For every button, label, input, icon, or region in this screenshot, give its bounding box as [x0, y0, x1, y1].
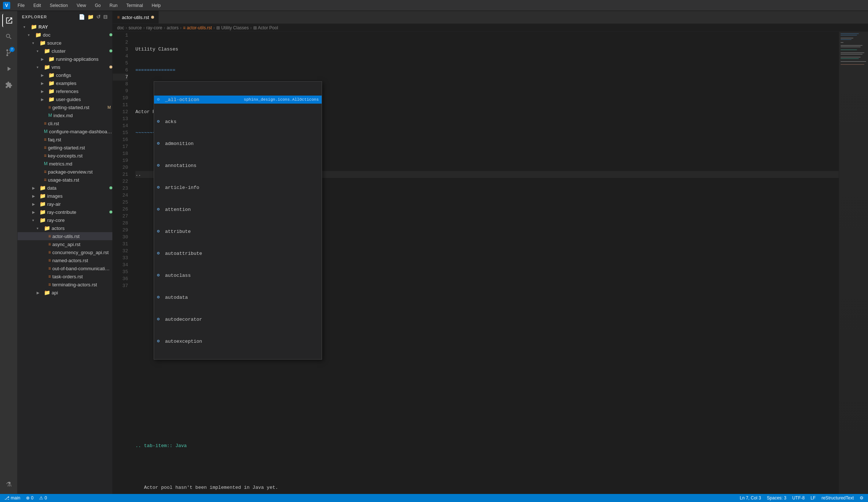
status-errors[interactable]: ⊗ 0	[25, 495, 35, 501]
tab-bar: ≡ actor-utils.rst	[113, 11, 868, 24]
svg-rect-12	[841, 61, 866, 62]
ac-directive-icon-12: ⚙	[157, 338, 163, 345]
tree-item-examples[interactable]: ▶ 📁 examples	[18, 79, 112, 87]
tab-actor-utils[interactable]: ≡ actor-utils.rst	[113, 11, 159, 23]
svg-rect-0	[841, 33, 859, 34]
title-bar: V File Edit Selection View Go Run Termin…	[0, 0, 868, 11]
status-bar: ⎇ main ⊗ 0 ⚠ 0 Ln 7, Col 3 Spaces: 3 UTF…	[0, 494, 868, 502]
tree-item-configure-md[interactable]: ▶ M configure-manage-dashboard.md	[18, 127, 112, 135]
tree-item-data[interactable]: ▶ 📁 data	[18, 184, 112, 192]
refresh-icon[interactable]: ↺	[96, 14, 101, 20]
ac-directive-icon-4: ⚙	[157, 162, 163, 169]
menu-file[interactable]: File	[16, 2, 26, 9]
tree-item-usage-stats[interactable]: ▶ ≡ usage-stats.rst	[18, 176, 112, 184]
status-branch[interactable]: ⎇ main	[3, 495, 22, 501]
explorer-icon[interactable]	[2, 14, 15, 27]
menu-run[interactable]: Run	[108, 2, 119, 9]
tree-item-terminating-actors[interactable]: ▶ ≡ terminating-actors.rst	[18, 280, 112, 289]
line-numbers: 1 2 3 4 5 6 7 8 9 10 11 12 13 14 15 16 1…	[113, 32, 131, 494]
tree-item-index-md[interactable]: ▶ M index.md	[18, 111, 112, 119]
tree-item-faq-rst[interactable]: ▶ ≡ faq.rst	[18, 135, 112, 144]
tree-item-task-orders[interactable]: ▶ ≡ task-orders.rst	[18, 272, 112, 280]
tree-item-user-guides[interactable]: ▶ 📁 user-guides	[18, 95, 112, 103]
breadcrumb-source[interactable]: source	[128, 25, 142, 30]
breadcrumb-utility-classes[interactable]: ⊞ Utility Classes	[216, 25, 249, 30]
tree-item-getting-started-rst2[interactable]: ▶ ≡ getting-started.rst	[18, 144, 112, 152]
ac-item-autoattribute[interactable]: ⚙ autoattribute	[154, 249, 322, 257]
ac-item-autodata[interactable]: ⚙ autodata	[154, 293, 322, 301]
tree-item-getting-started-rst[interactable]: ▶ ≡ getting-started.rst M	[18, 103, 112, 111]
tree-item-configs[interactable]: ▶ 📁 configs	[18, 71, 112, 79]
new-folder-icon[interactable]: 📁	[87, 14, 94, 20]
menu-terminal[interactable]: Terminal	[125, 2, 144, 9]
source-control-icon[interactable]: 7	[2, 46, 15, 59]
tree-item-running-applications[interactable]: ▶ 📁 running-applications	[18, 55, 112, 63]
ac-item-annotations[interactable]: ⚙ annotations	[154, 161, 322, 170]
ac-item-article-info[interactable]: ⚙ article-info	[154, 183, 322, 191]
tree-item-cluster[interactable]: ▾ 📁 cluster	[18, 47, 112, 55]
tree-item-vms[interactable]: ▾ 📁 vms	[18, 63, 112, 71]
menu-help[interactable]: Help	[150, 2, 162, 9]
ac-directive-icon-11: ⚙	[157, 316, 163, 323]
code-editor[interactable]: Utility Classes ============== Actor Poo…	[131, 32, 839, 494]
ac-item-attribute[interactable]: ⚙ attribute	[154, 227, 322, 235]
ac-item-autoexception[interactable]: ⚙ autoexception	[154, 337, 322, 345]
ac-item-all-octicon[interactable]: ⚙ _all-octicon sphinx_design.icons.AllOc…	[154, 96, 322, 104]
tree-item-source[interactable]: ▾ 📁 source	[18, 39, 112, 47]
ac-directive-icon: ⚙	[157, 96, 163, 103]
breadcrumb-doc[interactable]: doc	[117, 25, 124, 30]
ac-directive-icon-5: ⚙	[157, 184, 163, 191]
svg-rect-6	[841, 47, 861, 47]
ac-item-autodecorator[interactable]: ⚙ autodecorator	[154, 315, 322, 323]
tree-item-images[interactable]: ▶ 📁 images	[18, 192, 112, 200]
status-language[interactable]: reStructuredText	[820, 495, 855, 501]
ac-item-admonition[interactable]: ⚙ admonition	[154, 140, 322, 148]
tree-item-doc[interactable]: ▾ 📁 doc	[18, 31, 112, 39]
svg-rect-9	[841, 54, 863, 55]
status-settings-icon[interactable]: ⚙	[858, 495, 865, 501]
tree-item-references[interactable]: ▶ 📁 references	[18, 87, 112, 95]
breadcrumb-actors[interactable]: actors	[167, 25, 179, 30]
app-icon: V	[3, 2, 10, 9]
tree-item-ray-core[interactable]: ▾ 📁 ray-core	[18, 216, 112, 224]
menu-edit[interactable]: Edit	[32, 2, 42, 9]
tree-item-named-actors[interactable]: ▶ ≡ named-actors.rst	[18, 256, 112, 264]
menu-view[interactable]: View	[75, 2, 87, 9]
tree-item-ray[interactable]: ▾ 📁 RAY	[18, 23, 112, 31]
menu-selection[interactable]: Selection	[48, 2, 69, 9]
tree-item-out-of-band[interactable]: ▶ ≡ out-of-band-communication.rst	[18, 264, 112, 272]
breadcrumb-ray-core[interactable]: ray-core	[146, 25, 162, 30]
breadcrumb-actor-pool[interactable]: ⊞ Actor Pool	[253, 25, 278, 30]
sidebar-title: EXPLORER 📄 📁 ↺ ⊟	[18, 11, 112, 23]
status-warnings[interactable]: ⚠ 0	[38, 495, 48, 501]
run-debug-icon[interactable]	[2, 62, 15, 75]
breadcrumb-actor-utils[interactable]: ≡ actor-utils.rst	[183, 25, 212, 30]
code-line-2: ==============	[135, 67, 839, 74]
ac-item-autoclass[interactable]: ⚙ autoclass	[154, 271, 322, 279]
ac-directive-icon-2: ⚙	[157, 118, 163, 125]
status-encoding[interactable]: UTF-8	[791, 495, 806, 501]
collapse-all-icon[interactable]: ⊟	[103, 14, 108, 20]
new-file-icon[interactable]: 📄	[79, 14, 85, 20]
ac-item-attention[interactable]: ⚙ attention	[154, 205, 322, 213]
tree-item-metrics-md[interactable]: ▶ M metrics.md	[18, 160, 112, 168]
tree-item-actors[interactable]: ▾ 📁 actors	[18, 224, 112, 232]
tree-item-key-concepts[interactable]: ▶ ≡ key-concepts.rst	[18, 152, 112, 160]
menu-go[interactable]: Go	[93, 2, 102, 9]
tree-item-async-api-rst[interactable]: ▶ ≡ async_api.rst	[18, 240, 112, 248]
tree-item-package-overview[interactable]: ▶ ≡ package-overview.rst	[18, 168, 112, 176]
tree-item-ray-air[interactable]: ▶ 📁 ray-air	[18, 200, 112, 208]
extensions-icon[interactable]	[2, 78, 15, 92]
ac-item-acks[interactable]: ⚙ acks	[154, 118, 322, 126]
tree-item-cli-rst[interactable]: ▶ ≡ cli.rst	[18, 119, 112, 127]
tree-item-concurrency-group[interactable]: ▶ ≡ concurrency_group_api.rst	[18, 248, 112, 256]
code-line-20: .. tab-item:: Java	[135, 442, 839, 449]
tree-item-actor-utils-rst[interactable]: ▶ ≡ actor-utils.rst	[18, 232, 112, 240]
tree-item-ray-contribute[interactable]: ▶ 📁 ray-contribute	[18, 208, 112, 216]
search-icon[interactable]	[2, 30, 15, 43]
tree-item-api[interactable]: ▶ 📁 api	[18, 289, 112, 297]
status-line-ending[interactable]: LF	[809, 495, 817, 501]
status-position[interactable]: Ln 7, Col 3	[738, 495, 763, 501]
flask-icon[interactable]: ⚗	[2, 478, 15, 491]
status-spaces[interactable]: Spaces: 3	[766, 495, 788, 501]
